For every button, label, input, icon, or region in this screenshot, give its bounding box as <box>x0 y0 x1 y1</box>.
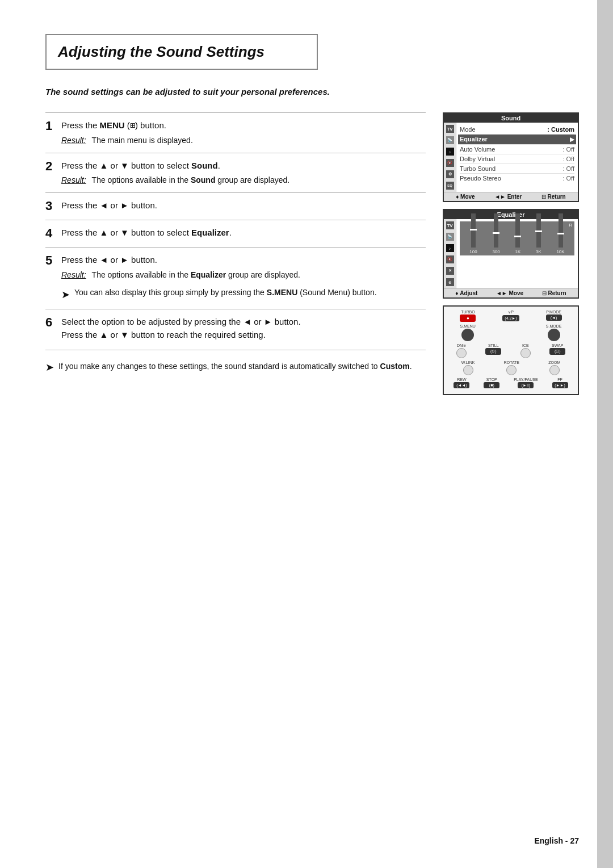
remote-swap-label: SWAP <box>552 343 563 347</box>
right-column: Sound TV 📡 ♪ 🔇 ⚙ EQ Mode : Custom <box>443 112 579 395</box>
left-column: 1 Press the MENU (⊞) button. Result: The… <box>45 112 426 395</box>
eq-bars-area: R 100 <box>460 221 574 255</box>
step-number: 6 <box>45 309 61 350</box>
tv-icon-mute: 🔇 <box>446 159 454 167</box>
tv-icon-antenna: 📡 <box>446 136 454 144</box>
tv-menu-dolby-value: : Off <box>562 156 574 162</box>
eq-bars: 100 300 <box>462 224 572 255</box>
note-arrow-icon: ➤ <box>61 287 70 303</box>
step-content: Press the MENU (⊞) button. Result: The m… <box>61 113 426 153</box>
tv-menu-pseudo: Pseudo Stereo : Off <box>460 174 574 183</box>
tv-footer-eq-return: ⊟ Return <box>542 290 566 296</box>
right-stripe <box>597 0 613 868</box>
remote-dnle-label: DNle <box>457 343 466 347</box>
remote-dnle-btn[interactable] <box>456 348 467 358</box>
remote-ff-btn[interactable]: (►►) <box>552 382 568 388</box>
eq-bar-3k: 3K <box>536 213 541 254</box>
remote-col-pmode: P.MODE (◄) <box>546 310 562 322</box>
eq-bar-1k: 1K <box>515 213 520 254</box>
remote-control: TURBO ● ∨P (4.2►) P.MODE (◄) S.MENU <box>443 305 579 395</box>
tv-menu-equalizer: Equalizer ▶ <box>458 135 576 145</box>
tv-footer-sound: ♦ Move ◄► Enter ⊟ Return <box>444 192 578 201</box>
eq-freq-1k: 1K <box>515 249 520 254</box>
eq-bar-10k: 10K <box>556 213 564 254</box>
remote-rew-btn[interactable]: (◄◄) <box>454 382 469 388</box>
remote-ff-label: FF <box>557 378 562 381</box>
eq-r-label: R <box>569 223 572 228</box>
step-content: Select the option to be adjusted by pres… <box>61 309 426 350</box>
step-number: 2 <box>45 153 61 192</box>
tv-sidebar-sound: TV 📡 ♪ 🔇 ⚙ EQ <box>444 123 456 192</box>
remote-col-rotate: ROTATE <box>504 360 519 375</box>
remote-row-4: W.LINK ROTATE ZOOM <box>447 360 574 375</box>
tv-menu-autovolume-value: : Off <box>562 146 574 153</box>
eq-freq-3k: 3K <box>536 249 541 254</box>
remote-playpause-label: PLAY/PAUSE <box>514 378 538 381</box>
remote-playpause-btn[interactable]: (►II) <box>518 382 534 388</box>
page-title: Adjusting the Sound Settings <box>58 43 303 61</box>
tv-menu-equalizer-arrow: ▶ <box>570 136 574 143</box>
tv-body-eq: TV 📡 ♪ 🔇 ✕ ⚙ R <box>444 219 578 288</box>
result-row: Result: The options available in the Equ… <box>61 269 426 282</box>
eq-track-300 <box>494 213 498 248</box>
remote-smode-btn[interactable] <box>548 329 560 341</box>
remote-row-2: S.MENU S.MODE <box>447 324 574 341</box>
remote-vp-btn[interactable]: (4.2►) <box>502 315 519 321</box>
remote-turbo-btn[interactable]: ● <box>460 315 476 322</box>
eq-bar-100: 100 <box>469 213 477 254</box>
remote-smenu-btn[interactable] <box>461 329 474 341</box>
eq-freq-100: 100 <box>469 249 477 254</box>
eq-freq-10k: 10K <box>556 249 564 254</box>
remote-still-btn[interactable]: (⊙) <box>485 348 501 355</box>
result-label: Result: <box>61 135 86 147</box>
remote-wlink-btn[interactable] <box>463 365 473 375</box>
result-text: The options available in the Equalizer g… <box>92 269 300 282</box>
tv-menu-pseudo-label: Pseudo Stereo <box>460 175 501 182</box>
eq-thumb-300 <box>493 232 499 234</box>
remote-col-vp: ∨P (4.2►) <box>502 310 519 322</box>
tv-main-sound: Mode : Custom Equalizer ▶ Auto Volume : … <box>456 123 578 192</box>
eq-track-1k <box>515 213 520 248</box>
remote-col-stop: STOP (■) <box>484 378 499 388</box>
remote-zoom-btn[interactable] <box>549 365 560 375</box>
remote-pmode-btn[interactable]: (◄) <box>546 315 562 321</box>
tv-footer-return: ⊟ Return <box>541 194 566 200</box>
remote-turbo-label: TURBO <box>461 310 475 314</box>
remote-col-zoom: ZOOM <box>548 360 560 375</box>
tv-eq-icon-settings: ⚙ <box>446 278 454 286</box>
step-content: Press the ▲ or ▼ button to select Equali… <box>61 220 426 248</box>
content-layout: 1 Press the MENU (⊞) button. Result: The… <box>45 112 579 395</box>
tv-eq-icon-mute: 🔇 <box>446 255 454 263</box>
step-instruction: Press the ◄ or ► button. <box>61 253 426 266</box>
tv-footer-eq: ♦ Adjust ◄► Move ⊟ Return <box>444 288 578 297</box>
tv-footer-eq-move: ◄► Move <box>496 290 523 296</box>
remote-col-smode: S.MODE <box>546 324 562 341</box>
note-row: ➤ You can also display this group simply… <box>61 287 426 303</box>
remote-ice-btn[interactable] <box>520 348 531 358</box>
step-content: Press the ▲ or ▼ button to select Sound.… <box>61 153 426 192</box>
table-row: 1 Press the MENU (⊞) button. Result: The… <box>45 113 426 153</box>
table-row: 3 Press the ◄ or ► button. <box>45 192 426 220</box>
step-instruction: Press the ◄ or ► button. <box>61 199 426 212</box>
remote-pmode-label: P.MODE <box>546 310 561 314</box>
remote-rotate-btn[interactable] <box>506 365 517 375</box>
tv-menu-turbo-value: : Off <box>562 165 574 172</box>
remote-zoom-label: ZOOM <box>548 360 560 364</box>
remote-row-5: REW (◄◄) STOP (■) PLAY/PAUSE (►II) FF (►… <box>447 378 574 388</box>
remote-row-1: TURBO ● ∨P (4.2►) P.MODE (◄) <box>447 310 574 322</box>
tv-menu-dolby: Dolby Virtual : Off <box>460 154 574 164</box>
tv-body-sound: TV 📡 ♪ 🔇 ⚙ EQ Mode : Custom Equaliz <box>444 123 578 192</box>
tv-menu-autovolume: Auto Volume : Off <box>460 145 574 154</box>
table-row: 5 Press the ◄ or ► button. Result: The o… <box>45 248 426 309</box>
remote-stop-btn[interactable]: (■) <box>484 382 499 388</box>
page-footer: English - 27 <box>534 836 579 845</box>
extra-note-text: If you make any changes to these setting… <box>58 360 412 372</box>
eq-track-3k <box>536 213 541 248</box>
tv-eq-icon-ant: 📡 <box>446 233 454 241</box>
remote-vp-label: ∨P <box>508 310 514 315</box>
remote-stop-label: STOP <box>486 378 497 381</box>
step-content: Press the ◄ or ► button. <box>61 192 426 220</box>
remote-swap-btn[interactable]: (⊡) <box>549 348 565 355</box>
eq-thumb-10k <box>557 233 564 234</box>
result-label: Result: <box>61 174 86 187</box>
